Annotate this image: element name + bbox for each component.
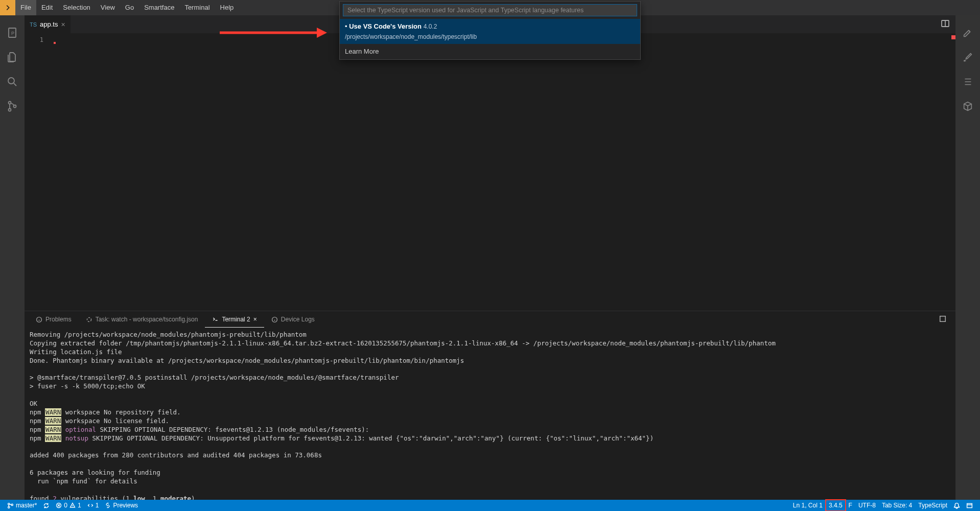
git-branch-icon [7,502,14,509]
svg-point-15 [11,504,13,505]
svg-point-4 [8,78,14,84]
panel-tab-problems-label: Problems [45,316,72,323]
typescript-file-icon: TS [30,21,37,28]
menu-selection[interactable]: Selection [58,0,95,15]
tab-app-ts[interactable]: TS app.ts × [25,15,71,33]
status-branch[interactable]: master* [4,500,40,511]
quickpick-option-path: /projects/workspace/node_modules/typescr… [345,33,477,40]
menu-view[interactable]: View [96,0,120,15]
error-squiggle-dot [54,42,56,44]
overview-error-mark [951,35,955,39]
tab-filename: app.ts [40,20,58,28]
svg-point-14 [8,506,10,508]
panel-tab-task[interactable]: Task: watch - workspace/tsconfig.json [79,311,205,328]
quickpick-input[interactable]: Select the TypeScript version used for J… [343,4,637,16]
panel-tab-problems[interactable]: Problems [29,311,79,328]
activity-pages-icon[interactable]: P [0,20,25,45]
menu-smartface[interactable]: Smartface [139,0,179,15]
quickpick-option-label: Use VS Code's Version [349,22,422,30]
status-warnings-count: 1 [78,502,81,509]
status-previews-label: Previews [113,502,138,509]
editor-content[interactable] [53,33,955,311]
error-icon [56,502,62,508]
menu-terminal[interactable]: Terminal [179,0,215,15]
status-ts-version[interactable]: 3.4.5 [826,500,846,511]
panel-maximize-icon[interactable] [934,315,951,324]
svg-point-13 [8,503,10,504]
right-list-icon[interactable] [955,69,980,94]
right-package-icon[interactable] [955,94,980,119]
status-layout-icon[interactable] [963,500,976,511]
info-icon [271,316,278,323]
panel-tabs: Problems Task: watch - workspace/tsconfi… [25,311,955,328]
svg-text:P: P [11,31,14,36]
status-ports[interactable]: 1 [84,500,102,511]
status-sync[interactable] [40,500,53,511]
svg-rect-17 [967,503,972,507]
activity-search-icon[interactable] [0,69,25,94]
right-edit-icon[interactable] [955,20,980,45]
svg-rect-12 [940,316,946,321]
svg-point-5 [9,102,11,104]
status-previews[interactable]: Previews [102,500,141,511]
main-column: TS app.ts × 1 P [25,15,955,500]
panel-tab-terminal[interactable]: Terminal 2 × [205,311,264,328]
workbench: P TS app.ts × 1 [0,15,980,500]
menu-chevron-button[interactable] [0,0,15,15]
panel-tab-device-logs-label: Device Logs [281,316,315,323]
menu-go[interactable]: Go [120,0,139,15]
editor-area[interactable]: 1 [25,33,955,311]
menu-edit[interactable]: Edit [36,0,58,15]
status-errors-count: 0 [64,502,67,509]
overview-ruler[interactable] [948,33,955,311]
panel-tab-task-label: Task: watch - workspace/tsconfig.json [96,316,198,323]
right-sidebar [955,15,980,500]
loading-icon [86,316,92,323]
warning-icon [69,502,76,508]
status-indent[interactable]: F [846,500,855,511]
activity-source-control-icon[interactable] [0,94,25,119]
quickpick-dropdown: Select the TypeScript version used for J… [339,1,641,60]
svg-marker-1 [317,28,327,38]
status-branch-label: master* [16,502,37,509]
link-icon [105,502,111,508]
bottom-panel: Problems Task: watch - workspace/tsconfi… [25,311,955,500]
svg-point-6 [9,109,11,111]
quickpick-option-bullet: • [345,22,347,30]
statusbar: master* 0 1 1 Previews Ln 1, Col 1 3.4.5… [0,500,980,511]
svg-point-10 [87,317,91,321]
menu-help[interactable]: Help [215,0,239,15]
panel-tab-terminal-label: Terminal 2 [222,316,250,323]
annotation-red-arrow [220,27,327,39]
info-icon [36,316,42,323]
editor-gutter: 1 [25,33,53,311]
terminal-output[interactable]: Removing /projects/workspace/node_module… [25,328,955,500]
line-number-1: 1 [25,36,43,43]
status-bell-icon[interactable] [950,500,963,511]
terminal-icon [212,316,219,322]
panel-tab-terminal-close-icon[interactable]: × [253,316,257,323]
quickpick-learn-more[interactable]: Learn More [340,44,640,59]
status-language[interactable]: TypeScript [915,500,950,511]
right-brush-icon[interactable] [955,45,980,69]
status-problems[interactable]: 0 1 [53,500,84,511]
status-encoding[interactable]: UTF-8 [855,500,879,511]
quickpick-option-vscode-version[interactable]: • Use VS Code's Version 4.0.2 /projects/… [340,19,640,44]
quickpick-option-version: 4.0.2 [424,23,437,30]
fork-icon [87,502,94,508]
split-editor-icon[interactable] [935,19,955,29]
menu-file[interactable]: File [15,0,36,15]
status-ln-col[interactable]: Ln 1, Col 1 [790,500,826,511]
activity-files-icon[interactable] [0,45,25,69]
panel-tab-device-logs[interactable]: Device Logs [264,311,322,328]
sync-icon [43,502,50,509]
status-forks-count: 1 [96,502,99,509]
activity-bar: P [0,15,25,500]
status-tab-size[interactable]: Tab Size: 4 [879,500,915,511]
tab-close-icon[interactable]: × [61,20,65,29]
